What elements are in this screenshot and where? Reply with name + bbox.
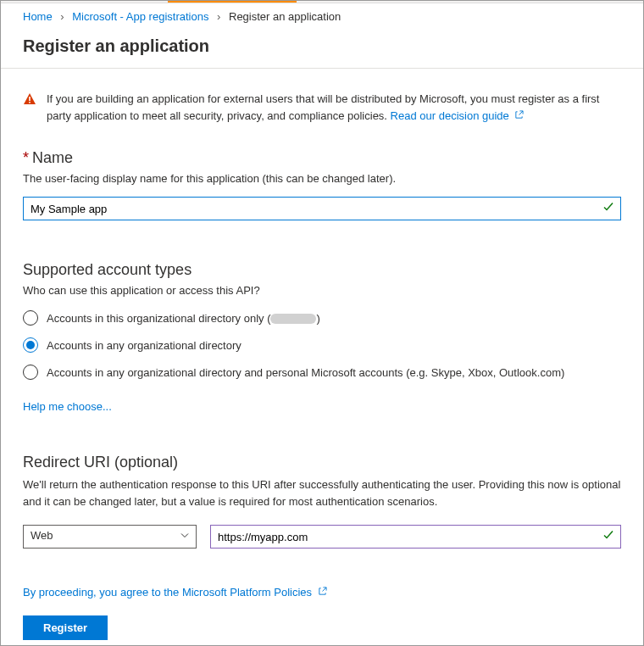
platform-policies-link[interactable]: By proceeding, you agree to the Microsof… — [23, 586, 327, 599]
account-types-radio-group: Accounts in this organizational director… — [23, 310, 621, 380]
external-link-icon — [318, 586, 327, 599]
name-hint: The user-facing display name for this ap… — [23, 172, 621, 185]
radio-multi-tenant-personal[interactable]: Accounts in any organizational directory… — [23, 365, 621, 380]
redirect-uri-input[interactable] — [210, 525, 621, 549]
redacted-tenant-name — [270, 314, 316, 324]
page-title: Register an application — [1, 28, 643, 68]
help-me-choose-link[interactable]: Help me choose... — [23, 400, 112, 413]
checkmark-icon — [602, 530, 614, 544]
radio-icon — [23, 365, 38, 380]
platform-select[interactable]: Web — [23, 525, 197, 549]
breadcrumb-home[interactable]: Home — [23, 10, 53, 23]
radio-icon — [23, 337, 38, 353]
external-link-icon — [514, 109, 524, 122]
account-types-title: Supported account types — [23, 261, 621, 279]
required-indicator: * — [23, 149, 29, 166]
chevron-down-icon — [180, 531, 190, 543]
chevron-right-icon: › — [60, 10, 64, 23]
agreement-text: By proceeding, you agree to the Microsof… — [23, 586, 621, 599]
radio-label: Accounts in this organizational director… — [47, 312, 320, 325]
radio-single-tenant[interactable]: Accounts in this organizational director… — [23, 310, 621, 326]
breadcrumb: Home › Microsoft - App registrations › R… — [1, 3, 643, 28]
name-input[interactable] — [23, 197, 621, 220]
platform-select-value: Web — [23, 525, 197, 549]
name-label: *Name — [23, 149, 621, 167]
chevron-right-icon: › — [217, 10, 220, 23]
redirect-uri-hint: We'll return the authentication response… — [23, 476, 621, 510]
redirect-uri-title: Redirect URI (optional) — [23, 454, 621, 471]
breadcrumb-current: Register an application — [229, 10, 341, 23]
top-accent-bar — [1, 1, 643, 3]
register-button[interactable]: Register — [23, 615, 108, 640]
svg-rect-0 — [29, 97, 31, 101]
radio-label: Accounts in any organizational directory… — [47, 366, 564, 379]
warning-icon — [23, 92, 36, 109]
decision-guide-link[interactable]: Read our decision guide — [391, 109, 525, 122]
breadcrumb-app-registrations[interactable]: Microsoft - App registrations — [72, 10, 208, 23]
radio-label: Accounts in any organizational directory — [47, 339, 242, 352]
account-types-hint: Who can use this application or access t… — [23, 284, 621, 297]
svg-rect-1 — [29, 102, 31, 103]
radio-icon — [23, 310, 38, 326]
warning-banner: If you are building an application for e… — [23, 91, 621, 124]
radio-multi-tenant[interactable]: Accounts in any organizational directory — [23, 337, 621, 353]
checkmark-icon — [602, 202, 614, 216]
